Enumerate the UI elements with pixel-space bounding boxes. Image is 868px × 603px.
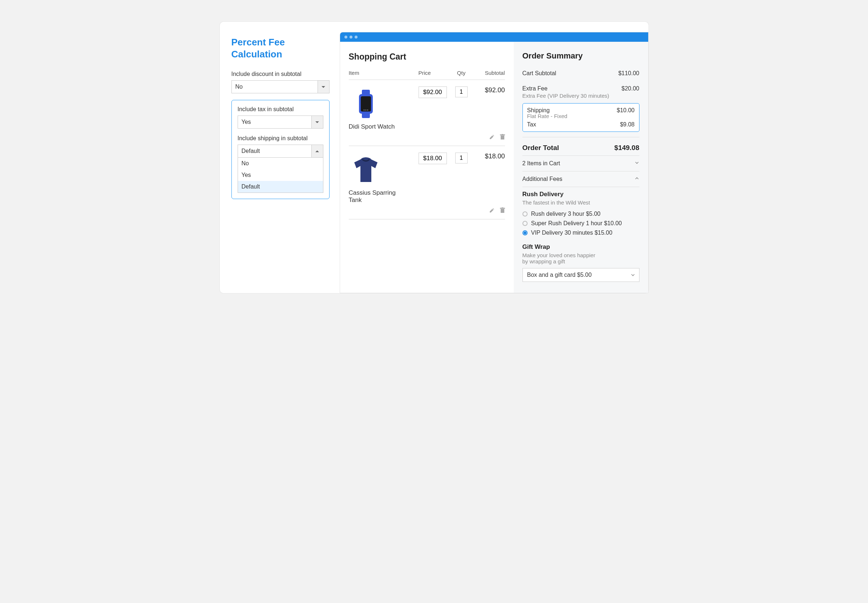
header-item: Item <box>349 70 419 76</box>
svg-rect-12 <box>501 207 503 208</box>
main-container: Percent Fee Calculation Include discount… <box>220 22 648 293</box>
extra-fee-value: $20.00 <box>622 85 639 92</box>
svg-point-5 <box>365 109 367 110</box>
window-titlebar <box>340 32 648 42</box>
discount-field: Include discount in subtotal No <box>231 71 330 93</box>
extra-fee-desc: Extra Fee (VIP Delivery 30 minutes) <box>523 93 639 99</box>
summary-title: Order Summary <box>523 51 639 61</box>
discount-value: No <box>232 80 317 93</box>
window-dot-icon <box>344 36 347 39</box>
edit-icon[interactable] <box>489 207 495 215</box>
additional-fees-label: Additional Fees <box>523 176 562 182</box>
cart-row: $92.00 1 $92.00 Didi Sport Watch <box>349 80 505 146</box>
chevron-down-icon <box>634 160 639 167</box>
subtotal-value: $92.00 <box>472 87 505 94</box>
price-input[interactable]: $92.00 <box>419 87 447 98</box>
edit-icon[interactable] <box>489 134 495 141</box>
rush-option-label: Rush delivery 3 hour $5.00 <box>531 211 600 217</box>
shipping-field: Include shipping in subtotal Default No … <box>238 135 323 193</box>
settings-title: Percent Fee Calculation <box>231 36 330 60</box>
gift-title: Gift Wrap <box>523 243 639 250</box>
radio-checked-icon <box>523 230 528 235</box>
rush-option-label: Super Rush Delivery 1 hour $10.00 <box>531 220 622 227</box>
radio-icon <box>523 221 528 226</box>
header-price: Price <box>419 70 450 76</box>
rush-option-1[interactable]: Super Rush Delivery 1 hour $10.00 <box>523 219 639 228</box>
chevron-up-icon <box>311 145 323 157</box>
shipping-dropdown-list: No Yes Default <box>238 158 323 193</box>
shipping-option-default[interactable]: Default <box>238 181 323 193</box>
product-image-shirt <box>349 153 383 187</box>
cart-row: $18.00 1 $18.00 Cassius Sparring Tank <box>349 146 505 220</box>
shipping-option-no[interactable]: No <box>238 158 323 169</box>
qty-input[interactable]: 1 <box>455 153 467 164</box>
tax-label: Tax <box>527 121 536 128</box>
svg-rect-10 <box>501 209 504 213</box>
chevron-down-icon <box>311 116 323 128</box>
rush-desc: The fastest in the Wild West <box>523 199 639 206</box>
price-input[interactable]: $18.00 <box>419 153 447 164</box>
rush-title: Rush Delivery <box>523 191 639 198</box>
shipping-desc: Flat Rate - Fixed <box>527 113 635 119</box>
product-image-watch <box>349 87 383 121</box>
rush-option-label: VIP Delivery 30 minutes $15.00 <box>531 230 613 236</box>
shipping-option-yes[interactable]: Yes <box>238 169 323 181</box>
shipping-select[interactable]: Default <box>238 145 323 158</box>
radio-icon <box>523 212 528 216</box>
rush-option-0[interactable]: Rush delivery 3 hour $5.00 <box>523 209 639 219</box>
tax-value: $9.08 <box>620 121 634 128</box>
header-subtotal: Subtotal <box>472 70 505 76</box>
cart-subtotal-label: Cart Subtotal <box>523 70 556 77</box>
shipping-value: $10.00 <box>617 107 635 114</box>
header-qty: Qty <box>450 70 472 76</box>
window-body: Shopping Cart Item Price Qty Subtotal <box>340 42 648 293</box>
subtotal-value: $18.00 <box>472 153 505 160</box>
shipping-value: Default <box>238 145 311 157</box>
cart-column: Shopping Cart Item Price Qty Subtotal <box>340 42 514 293</box>
order-total-label: Order Total <box>523 144 559 152</box>
window-dot-icon <box>350 36 353 39</box>
discount-label: Include discount in subtotal <box>231 71 330 77</box>
chevron-down-icon <box>317 80 329 93</box>
tax-field: Include tax in subtotal Yes <box>238 106 323 128</box>
settings-panel: Percent Fee Calculation Include discount… <box>220 22 340 293</box>
product-name: Cassius Sparring Tank <box>349 189 396 204</box>
rush-option-2[interactable]: VIP Delivery 30 minutes $15.00 <box>523 228 639 238</box>
svg-point-4 <box>364 109 365 110</box>
window-dot-icon <box>354 36 357 39</box>
order-summary: Order Summary Cart Subtotal $110.00 Extr… <box>514 42 648 293</box>
cart-header-row: Item Price Qty Subtotal <box>349 70 505 80</box>
cart-subtotal-value: $110.00 <box>618 70 639 77</box>
tax-label: Include tax in subtotal <box>238 106 323 113</box>
trash-icon[interactable] <box>500 134 505 141</box>
shipping-tax-box: Shipping $10.00 Flat Rate - Fixed Tax $9… <box>523 103 639 132</box>
cart-title: Shopping Cart <box>349 52 505 62</box>
extra-fee-label: Extra Fee <box>523 85 548 92</box>
chevron-up-icon <box>634 176 639 182</box>
qty-input[interactable]: 1 <box>455 87 467 97</box>
order-total-value: $149.08 <box>614 144 639 152</box>
svg-point-6 <box>367 109 368 110</box>
cart-window: Shopping Cart Item Price Qty Subtotal <box>340 32 648 293</box>
discount-select[interactable]: No <box>231 80 330 93</box>
tax-value: Yes <box>238 116 311 128</box>
svg-rect-9 <box>501 134 503 135</box>
gift-wrap-value: Box and a gift card $5.00 <box>523 272 627 278</box>
items-in-cart-label: 2 Items in Cart <box>523 160 560 167</box>
tax-select[interactable]: Yes <box>238 116 323 128</box>
gift-wrap-select[interactable]: Box and a gift card $5.00 <box>523 268 639 282</box>
product-name: Didi Sport Watch <box>349 123 396 130</box>
trash-icon[interactable] <box>500 207 505 215</box>
svg-rect-3 <box>361 96 371 111</box>
svg-rect-7 <box>501 136 504 139</box>
chevron-down-icon <box>627 272 639 278</box>
items-in-cart-toggle[interactable]: 2 Items in Cart <box>523 155 639 171</box>
additional-fees-toggle[interactable]: Additional Fees <box>523 171 639 187</box>
shipping-label: Include shipping in subtotal <box>238 135 323 142</box>
highlighted-settings-box: Include tax in subtotal Yes Include ship… <box>231 100 330 199</box>
gift-desc: Make your loved ones happier by wrapping… <box>523 252 639 264</box>
